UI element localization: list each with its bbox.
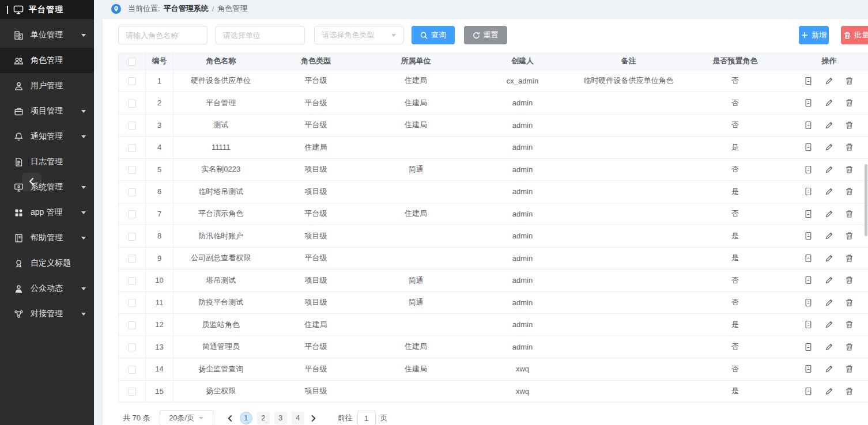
table-row[interactable]: 1 硬件设备供应单位 平台级 住建局 cx_admin 临时硬件设备供应单位角色…: [119, 70, 868, 92]
row-checkbox[interactable]: [128, 166, 136, 174]
delete-icon[interactable]: [845, 98, 854, 108]
row-checkbox[interactable]: [128, 388, 136, 396]
row-checkbox[interactable]: [128, 299, 136, 307]
table-row[interactable]: 14 扬尘监管查询 平台级 住建局 xwq 否: [119, 358, 868, 381]
permission-icon[interactable]: [804, 143, 813, 152]
role-name-input[interactable]: [118, 26, 207, 44]
table-row[interactable]: 15 扬尘权限 项目级 xwq 是: [119, 380, 868, 403]
select-all-checkbox[interactable]: [128, 58, 136, 66]
table-row[interactable]: 13 简通管理员 平台级 住建局 admin 否: [119, 336, 868, 358]
sidebar-menu-item[interactable]: 对接管理: [0, 301, 94, 327]
delete-icon[interactable]: [845, 254, 854, 263]
permission-icon[interactable]: [804, 276, 813, 285]
sidebar-menu-item[interactable]: 单位管理: [0, 22, 94, 48]
delete-icon[interactable]: [845, 320, 854, 329]
permission-icon[interactable]: [804, 343, 813, 352]
sidebar-menu-item[interactable]: 自定义标题: [0, 251, 94, 276]
page-number-button[interactable]: 3: [274, 412, 287, 424]
search-button[interactable]: 查询: [412, 26, 455, 44]
delete-icon[interactable]: [845, 365, 854, 374]
sidebar-menu-item[interactable]: 通知管理: [0, 124, 94, 149]
delete-icon[interactable]: [845, 210, 854, 219]
row-checkbox[interactable]: [128, 77, 136, 85]
row-checkbox[interactable]: [128, 210, 136, 218]
sidebar-menu-item[interactable]: 用户管理: [0, 73, 94, 98]
table-row[interactable]: 11 防疫平台测试 项目级 简通 admin 否: [119, 291, 868, 314]
edit-icon[interactable]: [825, 210, 834, 219]
edit-icon[interactable]: [825, 121, 834, 130]
sidebar-menu-item[interactable]: 系统管理: [0, 174, 94, 200]
edit-icon[interactable]: [825, 320, 834, 329]
edit-icon[interactable]: [825, 165, 834, 174]
row-checkbox[interactable]: [128, 366, 136, 374]
edit-icon[interactable]: [825, 387, 834, 396]
edit-icon[interactable]: [825, 187, 834, 196]
permission-icon[interactable]: [804, 387, 813, 396]
page-number-button[interactable]: 2: [257, 412, 270, 424]
goto-page-input[interactable]: [357, 411, 376, 425]
permission-icon[interactable]: [804, 187, 813, 196]
table-row[interactable]: 8 防汛临时账户 项目级 admin 是: [119, 225, 868, 248]
delete-icon[interactable]: [845, 143, 854, 152]
permission-icon[interactable]: [804, 165, 813, 174]
next-page-button[interactable]: [307, 411, 320, 425]
delete-icon[interactable]: [845, 276, 854, 285]
row-checkbox[interactable]: [128, 144, 136, 152]
batch-delete-button[interactable]: 批量删除: [841, 26, 868, 44]
edit-icon[interactable]: [825, 98, 834, 108]
delete-icon[interactable]: [845, 77, 854, 86]
row-checkbox[interactable]: [128, 188, 136, 196]
edit-icon[interactable]: [825, 343, 834, 352]
permission-icon[interactable]: [804, 210, 813, 219]
table-row[interactable]: 3 测试 平台级 住建局 admin 否: [119, 114, 868, 136]
row-checkbox[interactable]: [128, 122, 136, 130]
table-row[interactable]: 12 质监站角色 住建局 admin 是: [119, 314, 868, 336]
table-row[interactable]: 9 公司副总查看权限 平台级 admin 是: [119, 247, 868, 270]
edit-icon[interactable]: [825, 298, 834, 308]
edit-icon[interactable]: [825, 254, 834, 263]
vertical-scrollbar-thumb[interactable]: [865, 164, 867, 236]
table-row[interactable]: 6 临时塔吊测试 项目级 admin 是: [119, 181, 868, 203]
sidebar-collapse-button[interactable]: [22, 173, 41, 191]
edit-icon[interactable]: [825, 77, 834, 86]
permission-icon[interactable]: [804, 365, 813, 374]
table-row[interactable]: 5 实名制0223 项目级 简通 admin 否: [119, 158, 868, 181]
permission-icon[interactable]: [804, 254, 813, 263]
row-checkbox[interactable]: [128, 277, 136, 285]
table-row[interactable]: 2 平台管理 平台级 住建局 admin 否: [119, 92, 868, 115]
sidebar-menu-item[interactable]: 项目管理: [0, 98, 94, 124]
sidebar-menu-item[interactable]: 日志管理: [0, 149, 94, 174]
sidebar-menu-item[interactable]: 角色管理: [0, 48, 94, 73]
row-checkbox[interactable]: [128, 100, 136, 108]
permission-icon[interactable]: [804, 77, 813, 86]
page-number-button[interactable]: 1: [240, 412, 252, 424]
permission-icon[interactable]: [804, 232, 813, 241]
delete-icon[interactable]: [845, 298, 854, 308]
breadcrumb-root-link[interactable]: 平台管理系统: [164, 3, 209, 14]
sidebar-menu-item[interactable]: 公众动态: [0, 276, 94, 301]
delete-icon[interactable]: [845, 187, 854, 196]
table-row[interactable]: 7 平台演示角色 平台级 住建局 admin 否: [119, 203, 868, 225]
delete-icon[interactable]: [845, 232, 854, 241]
delete-icon[interactable]: [845, 165, 854, 174]
edit-icon[interactable]: [825, 232, 834, 241]
delete-icon[interactable]: [845, 121, 854, 130]
sidebar-menu-item[interactable]: 帮助管理: [0, 225, 94, 251]
permission-icon[interactable]: [804, 98, 813, 108]
permission-icon[interactable]: [804, 298, 813, 308]
permission-icon[interactable]: [804, 320, 813, 329]
row-checkbox[interactable]: [128, 255, 136, 263]
delete-icon[interactable]: [845, 343, 854, 352]
edit-icon[interactable]: [825, 143, 834, 152]
prev-page-button[interactable]: [224, 411, 237, 425]
row-checkbox[interactable]: [128, 233, 136, 241]
edit-icon[interactable]: [825, 276, 834, 285]
sidebar-menu-item[interactable]: app 管理: [0, 200, 94, 225]
edit-icon[interactable]: [825, 365, 834, 374]
table-row[interactable]: 10 塔吊测试 项目级 简通 admin 否: [119, 270, 868, 292]
reset-button[interactable]: 重置: [464, 26, 507, 44]
row-checkbox[interactable]: [128, 343, 136, 351]
add-button[interactable]: 新增: [799, 26, 829, 44]
delete-icon[interactable]: [845, 387, 854, 396]
page-size-select[interactable]: 20条/页: [160, 410, 213, 425]
